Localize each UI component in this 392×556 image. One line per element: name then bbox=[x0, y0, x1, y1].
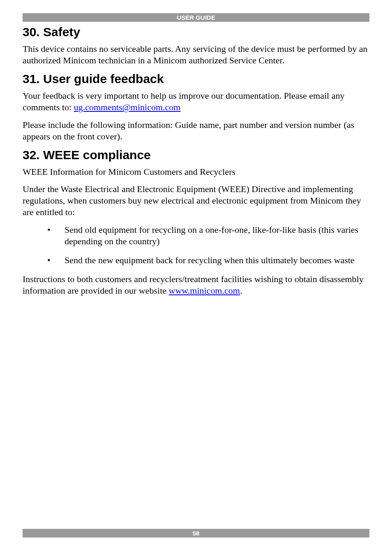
weee-url-link[interactable]: www.minicom.com bbox=[169, 285, 240, 296]
heading-weee: 32. WEEE compliance bbox=[23, 148, 369, 162]
page-header-bar: USER GUIDE bbox=[23, 13, 369, 22]
feedback-paragraph-2: Please include the following information… bbox=[23, 119, 369, 142]
heading-feedback: 31. User guide feedback bbox=[23, 72, 369, 86]
page-number: 58 bbox=[193, 530, 200, 537]
feedback-paragraph-1: Your feedback is very important to help … bbox=[23, 90, 369, 113]
page-footer-bar: 58 bbox=[23, 529, 369, 537]
list-item: Send the new equipment back for recyclin… bbox=[47, 255, 369, 266]
weee-paragraph-1: WEEE Information for Minicom Customers a… bbox=[23, 166, 369, 178]
header-title: USER GUIDE bbox=[177, 14, 215, 21]
safety-paragraph: This device contains no serviceable part… bbox=[23, 43, 369, 66]
weee-paragraph-2: Under the Waste Electrical and Electroni… bbox=[23, 183, 369, 218]
list-item: Send old equipment for recycling on a on… bbox=[47, 224, 369, 247]
weee-p3-post: . bbox=[240, 285, 242, 296]
heading-safety: 30. Safety bbox=[23, 25, 369, 39]
weee-paragraph-3: Instructions to both customers and recyc… bbox=[23, 273, 369, 297]
feedback-p1-text: Your feedback is very important to help … bbox=[23, 90, 344, 112]
feedback-email-link[interactable]: ug.comments@minicom.com bbox=[74, 102, 181, 112]
weee-bullet-list: Send old equipment for recycling on a on… bbox=[47, 224, 369, 266]
